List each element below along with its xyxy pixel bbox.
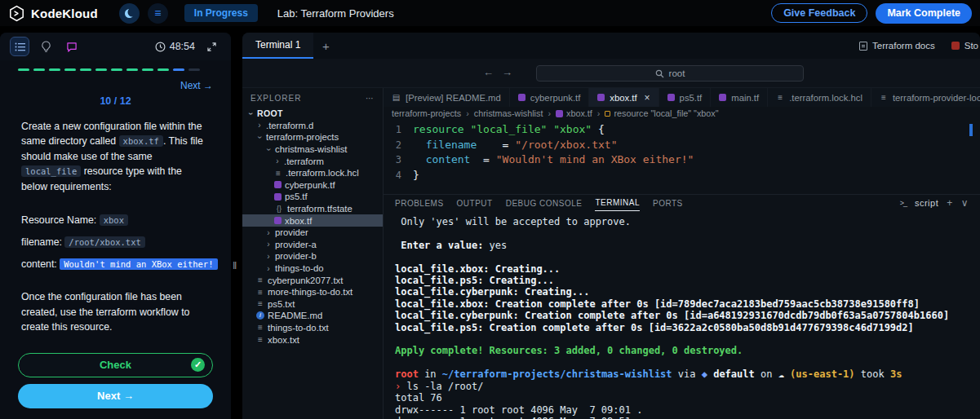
terminal-1-tab[interactable]: Terminal 1 bbox=[242, 33, 313, 59]
next-question-link[interactable]: Next → bbox=[0, 71, 231, 91]
terminal-output[interactable]: Only 'yes' will be accepted to approve. … bbox=[384, 211, 980, 419]
tree-item-ps5-txt[interactable]: ≡ps5.txt bbox=[242, 298, 383, 311]
menu-button[interactable]: ≡ bbox=[148, 3, 168, 24]
next-button[interactable]: Next → bbox=[18, 384, 213, 408]
tree-item-xbox-tf[interactable]: xbox.tf bbox=[242, 214, 383, 227]
editor-tab-cyberpunk-tf[interactable]: cyberpunk.tf bbox=[510, 88, 590, 107]
minimap bbox=[969, 124, 973, 136]
tree-item-terraform[interactable]: ›.terraform bbox=[242, 155, 383, 167]
tree-item-label: more-things-to-do.txt bbox=[268, 287, 353, 297]
terraform-docs-label: Terraform docs bbox=[872, 41, 935, 51]
code-line: 3 content = "Wouldn't mind an XBox eithe… bbox=[384, 152, 980, 168]
drag-handle-icon[interactable]: ‖ bbox=[233, 259, 237, 271]
nav-back-button[interactable]: ← bbox=[483, 66, 494, 78]
expand-button[interactable] bbox=[202, 37, 221, 56]
kodekloud-brand[interactable]: KodeKloud bbox=[8, 5, 98, 22]
progress-dash[interactable] bbox=[111, 68, 122, 71]
breadcrumb-item-resource-local-file-xbox[interactable]: resource "local_file" "xbox" bbox=[605, 108, 718, 118]
toc-button[interactable] bbox=[10, 37, 29, 56]
line-number: 3 bbox=[384, 152, 413, 168]
editor-tab-preview-readme-md[interactable]: ▤[Preview] README.md bbox=[384, 88, 510, 107]
explorer-actions-icon[interactable]: ⋯ bbox=[366, 94, 375, 103]
tree-item-christmas-wishlist[interactable]: ›christmas-wishlist bbox=[242, 143, 383, 156]
mark-complete-button[interactable]: Mark Complete bbox=[876, 3, 972, 24]
tree-item-label: .terraform.d bbox=[266, 121, 313, 130]
progress-dash[interactable] bbox=[18, 68, 29, 71]
tree-item-terraform-d[interactable]: ›.terraform.d bbox=[242, 120, 383, 132]
stop-button[interactable]: Sto bbox=[951, 41, 978, 51]
code-text[interactable]: filename = "/root/xbox.txt" bbox=[413, 138, 617, 153]
code-editor[interactable]: 1resource "local_file" "xbox" {2 filenam… bbox=[384, 120, 980, 194]
requirement-row: filename: /root/xbox.txt bbox=[21, 236, 213, 248]
code-text[interactable]: resource "local_file" "xbox" { bbox=[413, 122, 605, 138]
panel-tab-problems[interactable]: PROBLEMS bbox=[395, 195, 444, 211]
editor-tab-xbox-tf[interactable]: xbox.tf× bbox=[589, 88, 659, 107]
progress-dash[interactable] bbox=[49, 68, 60, 71]
progress-dash[interactable] bbox=[126, 68, 138, 71]
tree-item-ps5-tf[interactable]: ps5.tf bbox=[242, 191, 383, 203]
tree-item-readme-md[interactable]: iREADME.md bbox=[242, 310, 383, 322]
editor-tab-label: xbox.tf bbox=[610, 93, 636, 103]
docs-icon bbox=[859, 42, 867, 51]
panel-tab-ports[interactable]: PORTS bbox=[653, 195, 683, 211]
terraform-docs-link[interactable]: Terraform docs bbox=[859, 41, 935, 51]
new-terminal-plus-icon[interactable]: + bbox=[947, 197, 953, 209]
code-text[interactable]: content = "Wouldn't mind an XBox either!… bbox=[413, 152, 694, 168]
tree-item-terraform-tfstate[interactable]: {}terraform.tfstate bbox=[242, 203, 383, 215]
hint-button[interactable] bbox=[36, 37, 55, 56]
check-button[interactable]: Check ✓ bbox=[18, 353, 213, 377]
tree-item-terraform-projects[interactable]: ›terraform-projects bbox=[242, 131, 383, 143]
tree-item-xbox-txt[interactable]: ≡xbox.txt bbox=[242, 333, 383, 346]
tree-item-cyberpunk-tf[interactable]: cyberpunk.tf bbox=[242, 179, 383, 192]
shell-profile-label[interactable]: script bbox=[915, 198, 938, 208]
tree-item-more-things-to-do-txt[interactable]: ≡more-things-to-do.txt bbox=[242, 286, 383, 298]
tree-item-root[interactable]: ›ROOT bbox=[242, 108, 383, 120]
progress-dash[interactable] bbox=[157, 68, 169, 71]
terminal-line: local_file.ps5: Creation complete after … bbox=[395, 322, 980, 333]
search-input[interactable]: root bbox=[536, 65, 804, 82]
line-number: 1 bbox=[384, 122, 413, 138]
progress-dashes bbox=[0, 60, 231, 71]
tree-item-provider[interactable]: ›provider bbox=[242, 227, 383, 239]
requirement-row: content: Wouldn't mind an XBox either! bbox=[21, 258, 213, 270]
panel-tab-output[interactable]: OUTPUT bbox=[457, 195, 493, 211]
tree-item-provider-a[interactable]: ›provider-a bbox=[242, 239, 383, 251]
editor-tab-main-tf[interactable]: main.tf bbox=[711, 88, 768, 107]
panel-tab-terminal[interactable]: TERMINAL bbox=[595, 195, 640, 211]
panel-resizer[interactable]: ‖ bbox=[231, 33, 242, 419]
nav-forward-button[interactable]: → bbox=[502, 66, 512, 78]
breadcrumb-item-christmas-wishlist[interactable]: christmas-wishlist bbox=[474, 108, 543, 118]
terminal-line: local_file.cyberpunk: Creation complete … bbox=[395, 310, 980, 321]
terminal-dropdown-icon[interactable]: ∨ bbox=[961, 197, 969, 209]
kodekloud-logo-icon bbox=[8, 5, 25, 22]
progress-dash[interactable] bbox=[142, 68, 153, 71]
editor-tab-ps5-tf[interactable]: ps5.tf bbox=[659, 88, 712, 107]
progress-dash[interactable] bbox=[64, 68, 76, 71]
chat-button[interactable] bbox=[62, 37, 82, 56]
code-text[interactable]: } bbox=[413, 168, 419, 183]
clock-icon bbox=[155, 42, 166, 52]
progress-dash[interactable] bbox=[173, 68, 184, 71]
progress-dash[interactable] bbox=[33, 68, 45, 71]
theme-toggle-button[interactable] bbox=[119, 3, 140, 24]
tree-item-provider-b[interactable]: ›provider-b bbox=[242, 250, 383, 262]
editor-tab-terraform-provider-local-v2-5-2-x5[interactable]: ≡terraform-provider-local_v2.5.2_x5 bbox=[871, 88, 980, 107]
give-feedback-button[interactable]: Give Feedback bbox=[771, 3, 867, 23]
breadcrumb-item-terraform-projects[interactable]: terraform-projects bbox=[392, 108, 461, 118]
editor-tab-terraform-lock-hcl[interactable]: ≡.terraform.lock.hcl bbox=[768, 88, 871, 107]
tree-item-terraform-lock-hcl[interactable]: ≡.terraform.lock.hcl bbox=[242, 167, 383, 179]
txt-file-icon: ≡ bbox=[256, 276, 264, 284]
new-terminal-button[interactable]: + bbox=[313, 33, 338, 59]
progress-dash[interactable] bbox=[95, 68, 107, 71]
header-actions: Give Feedback Mark Complete bbox=[771, 3, 972, 24]
progress-dash[interactable] bbox=[80, 68, 91, 71]
bottom-panel: PROBLEMSOUTPUTDEBUG CONSOLETERMINALPORTS… bbox=[384, 194, 980, 419]
progress-dash[interactable] bbox=[188, 68, 200, 71]
panel-tab-debug-console[interactable]: DEBUG CONSOLE bbox=[506, 195, 583, 211]
editor-tab-label: .terraform.lock.hcl bbox=[789, 93, 862, 103]
tree-item-things-to-do-txt[interactable]: ≡things-to-do.txt bbox=[242, 322, 383, 334]
tree-item-things-to-do[interactable]: ›things-to-do bbox=[242, 262, 383, 275]
close-icon[interactable]: × bbox=[645, 92, 650, 104]
breadcrumb-item-xbox-tf[interactable]: xbox.tf bbox=[556, 108, 592, 118]
tree-item-cyberpunk2077-txt[interactable]: ≡cyberpunk2077.txt bbox=[242, 274, 383, 286]
